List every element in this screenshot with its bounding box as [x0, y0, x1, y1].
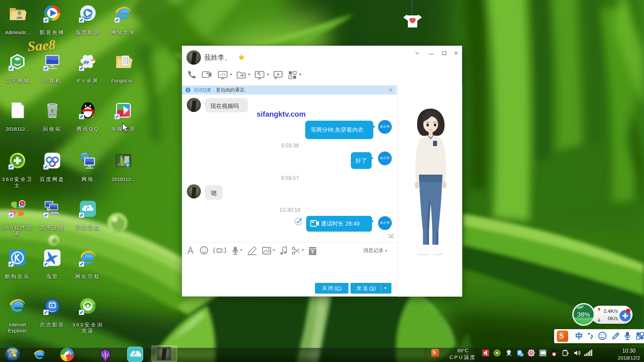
svg-text:8: 8 [21, 201, 23, 206]
svg-text:38%: 38% [577, 311, 590, 318]
svg-text:0K/s: 0K/s [608, 315, 618, 321]
svg-text:ev: ev [84, 59, 89, 65]
svg-text:2.4K/s: 2.4K/s [603, 308, 618, 314]
